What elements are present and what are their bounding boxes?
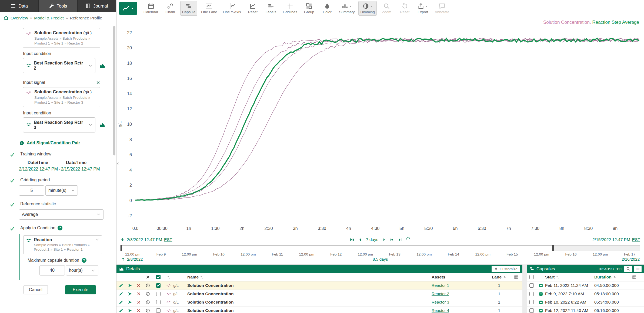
lane-column-header[interactable]: Lane	[492, 275, 502, 280]
edit-icon[interactable]	[119, 283, 123, 288]
toolbar-button-one-y-axis[interactable]: One Y-Axis	[221, 1, 243, 16]
capsule-row[interactable]: Feb 12, 2022 11:40 AM06:16:00.000	[527, 307, 644, 313]
tab-data[interactable]: Data	[0, 0, 39, 12]
row-checkbox[interactable]	[156, 300, 161, 304]
info-icon[interactable]	[146, 300, 150, 304]
reference-statistic-select[interactable]: Average	[19, 209, 104, 220]
sort-icon[interactable]	[200, 275, 203, 279]
max-duration-input[interactable]	[39, 265, 65, 275]
asset-link[interactable]: Reactor 3	[432, 300, 449, 304]
gridding-unit-select[interactable]: minute(s)	[45, 185, 78, 196]
details-row[interactable]: g/LSolution ConcentrationReactor 21	[116, 290, 522, 298]
breadcrumb-model-predict[interactable]: Model & Predict	[34, 16, 64, 21]
customize-button[interactable]: Customize	[492, 266, 520, 272]
execute-button[interactable]: Execute	[65, 285, 96, 294]
capsule-checkbox[interactable]	[529, 283, 534, 288]
skip-to-start-icon[interactable]	[350, 237, 354, 242]
asset-link[interactable]: Reactor 2	[432, 291, 449, 296]
details-row[interactable]: g/LSolution ConcentrationReactor 11	[116, 281, 522, 290]
pin-icon[interactable]	[128, 292, 132, 296]
capsule-row[interactable]: Feb 10, 2022 8:22 AM05:34:00.000	[527, 298, 644, 307]
max-duration-unit-select[interactable]: hour(s)	[66, 265, 98, 275]
pin-icon[interactable]	[128, 308, 132, 313]
selection-left-handle[interactable]	[121, 245, 122, 251]
view-condition-button[interactable]	[99, 62, 106, 69]
step-back-icon[interactable]	[358, 237, 362, 242]
timezone-link[interactable]: EST	[632, 237, 640, 242]
select-all-checkbox[interactable]	[156, 275, 161, 279]
signal-name[interactable]: Solution Concentration	[187, 283, 432, 288]
refresh-icon[interactable]	[406, 237, 411, 242]
asset-link[interactable]: Reactor 1	[432, 283, 449, 288]
selection-right-handle[interactable]	[552, 245, 554, 251]
toolbar-button-labels[interactable]: Labels	[263, 1, 279, 16]
remove-icon[interactable]	[136, 300, 141, 304]
duration-column-header[interactable]: Duration	[594, 275, 612, 280]
remove-icon[interactable]	[136, 308, 141, 313]
row-checkbox[interactable]	[156, 292, 161, 296]
row-checkbox[interactable]	[156, 308, 161, 313]
timebar-selection[interactable]	[121, 245, 554, 251]
apply-condition-select[interactable]: Reaction Sample Assets » Batch Products …	[23, 235, 102, 254]
toolbar-button-group[interactable]: Group	[301, 1, 317, 16]
view-selector-button[interactable]	[119, 2, 137, 15]
help-icon[interactable]: ?	[82, 258, 86, 263]
toolbar-button-reset-axes[interactable]: Reset	[245, 1, 261, 16]
sort-icon[interactable]	[167, 275, 171, 279]
remove-icon[interactable]	[136, 283, 141, 288]
pin-icon[interactable]	[128, 300, 132, 304]
signal-name[interactable]: Solution Concentration	[187, 308, 432, 313]
sidebar-scrollbar[interactable]	[113, 26, 115, 155]
edit-icon[interactable]	[119, 308, 123, 313]
home-icon[interactable]	[4, 15, 9, 21]
training-window-range[interactable]: 2/12/2022 12:47 PM-2/15/2022 12:47 PM	[19, 167, 111, 172]
training-end[interactable]: 2/15/2022 12:47 PM	[61, 167, 100, 171]
toolbar-button-summary[interactable]: Summary	[337, 1, 357, 16]
tab-tools[interactable]: Tools	[39, 0, 77, 12]
timezone-link[interactable]: EST	[164, 237, 172, 242]
capsule-row[interactable]: Feb 11, 2022 11:24 AM04:50:00.000	[527, 281, 644, 290]
fast-forward-icon[interactable]	[390, 237, 395, 242]
toolbar-button-one-lane[interactable]: One Lane	[199, 1, 219, 16]
training-start[interactable]: 2/12/2022 12:47 PM	[19, 167, 58, 171]
asset-link[interactable]: Reactor 4	[432, 308, 449, 313]
timebar-track[interactable]	[120, 245, 640, 251]
select-all-capsules-checkbox[interactable]	[529, 275, 534, 279]
capsules-menu-button[interactable]	[634, 266, 642, 272]
columns-icon[interactable]	[632, 275, 636, 279]
info-icon[interactable]	[146, 283, 150, 288]
toolbar-button-export[interactable]: Export	[415, 1, 431, 16]
start-column-header[interactable]: Start	[545, 275, 555, 280]
step-size-label[interactable]: 7 days	[366, 237, 378, 242]
capsule-checkbox[interactable]	[529, 308, 534, 313]
details-row[interactable]: g/LSolution ConcentrationReactor 41	[116, 307, 522, 313]
remove-icon[interactable]	[136, 292, 141, 296]
help-icon[interactable]: ?	[58, 226, 62, 230]
input-signal-card[interactable]: Solution Concentration (g/L) Sample Asse…	[23, 87, 100, 107]
signal-name[interactable]: Solution Concentration	[187, 291, 432, 296]
sidebar-collapse-button[interactable]	[116, 159, 120, 168]
toolbar-button-dimming[interactable]: Dimming	[358, 1, 376, 16]
capsule-checkbox[interactable]	[529, 292, 534, 296]
remove-all-icon[interactable]	[146, 275, 150, 279]
input-condition-select[interactable]: Best Reaction Step Rctr 2	[23, 58, 95, 73]
breadcrumb-overview[interactable]: Overview	[11, 16, 28, 21]
capsule-row[interactable]: Feb 9, 2022 7:10 AM05:18:00.000	[527, 290, 644, 298]
gridding-value-input[interactable]	[19, 185, 44, 196]
trend-chart[interactable]: 2220181614121086420-2g/L0.000:301h1:302h…	[116, 17, 644, 235]
info-icon[interactable]	[146, 308, 150, 313]
details-row[interactable]: g/LSolution ConcentrationReactor 31	[116, 298, 522, 307]
step-forward-icon[interactable]	[382, 237, 386, 242]
toolbar-button-calendar[interactable]: Calendar	[142, 1, 160, 16]
capsule-checkbox[interactable]	[529, 300, 534, 304]
edit-icon[interactable]	[119, 300, 123, 304]
skip-to-end-icon[interactable]	[398, 237, 403, 242]
trend-chart-svg[interactable]: 2220181614121086420-2g/L0.000:301h1:302h…	[116, 17, 644, 235]
toolbar-button-capsule[interactable]: Capsule	[180, 1, 198, 16]
name-column-header[interactable]: Name	[187, 275, 199, 280]
arrow-down-icon[interactable]	[120, 237, 125, 242]
cancel-button[interactable]: Cancel	[24, 285, 48, 294]
row-checkbox[interactable]	[156, 283, 161, 288]
toolbar-button-gridlines[interactable]: Gridlines	[281, 1, 299, 16]
assets-column-header[interactable]: Assets	[432, 275, 445, 280]
